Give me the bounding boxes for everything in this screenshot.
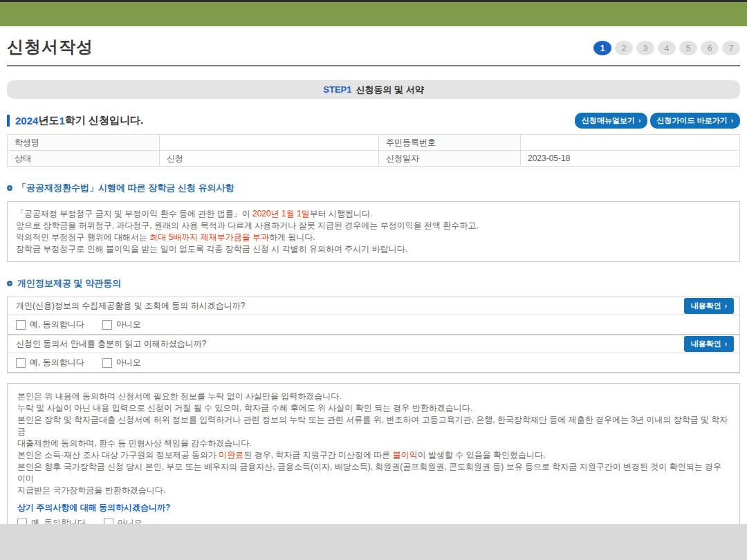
step-2: 2 (615, 41, 633, 55)
chevron-right-icon: › (638, 117, 640, 124)
guide-button-label: 신청가이드 바로가기 (657, 115, 728, 126)
semester-term: 1 (59, 115, 64, 127)
view-content-button[interactable]: 내용확인 › (684, 336, 734, 352)
yes-label: 예, 동의합니다 (30, 319, 84, 330)
header-buttons: 신청매뉴얼보기 › 신청가이드 바로가기 › (575, 113, 740, 129)
manual-button-label: 신청매뉴얼보기 (582, 115, 635, 126)
declaration-line: 본인은 소득·재산 조사 대상 가구원의 정보제공 동의가 미완료된 경우, 학… (17, 449, 730, 461)
no-checkbox[interactable] (102, 320, 112, 330)
yes-choice: 예, 동의합니다 (16, 319, 84, 330)
step-bar-label: 신청동의 및 서약 (356, 84, 423, 96)
agreement-applicant-guide: 신청인 동의서 안내를 충분히 읽고 이해하셨습니까? 내용확인 › 예, 동의… (7, 335, 740, 373)
table-row: 상태 신청 신청일자 2023-05-18 (8, 151, 740, 167)
yes-checkbox[interactable] (16, 320, 26, 330)
circle-bullet-icon (7, 185, 12, 191)
agreement-question: 신청인 동의서 안내를 충분히 읽고 이해하셨습니까? (16, 338, 206, 350)
declaration-line: 본인은 장학 및 학자금대출 신청서에 허위 정보를 입력하거나 관련 정보의 … (17, 414, 730, 438)
declaration-question: 상기 주의사항에 대해 동의하시겠습니까? (17, 502, 730, 514)
step-4: 4 (658, 41, 676, 55)
guide-button[interactable]: 신청가이드 바로가기 › (650, 113, 740, 129)
student-name-label: 학생명 (8, 135, 160, 151)
content: 신청서작성 1 2 3 4 5 6 7 STEP1 신청동의 및 서약 2024… (0, 26, 747, 560)
agreement-question: 개인(신용)정보의 수집제공활용 및 조회에 동의 하시겠습니까? (16, 300, 245, 312)
step-1: 1 (593, 41, 611, 55)
yes-checkbox[interactable] (16, 358, 26, 368)
agreement-question-row: 신청인 동의서 안내를 충분히 읽고 이해하셨습니까? 내용확인 › (8, 335, 739, 353)
step-7: 7 (722, 41, 740, 55)
privacy-section-title-text: 개인정보제공 및 약관동의 (17, 277, 121, 290)
declaration-line: 본인은 향후 국가장학금 신청 당시 본인, 부모 또는 배우자의 금융자산, … (17, 461, 730, 485)
page-title: 신청서작성 (7, 36, 93, 58)
declaration-line: 본인은 위 내용에 동의하며 신청서에 필요한 정보를 누락 없이 사실만을 입… (17, 391, 730, 402)
step-3: 3 (636, 41, 654, 55)
agreement-choices-row: 예, 동의합니다 아니오 (8, 315, 739, 335)
student-name-value (160, 135, 379, 151)
law-section-title-text: 「공공재정환수법」시행에 따른 장학금 신청 유의사항 (17, 182, 234, 194)
yes-label: 예, 동의합니다 (30, 357, 84, 368)
chevron-right-icon: › (725, 302, 727, 310)
notice-line: 악의적인 부정청구 행위에 대해서는 최대 5배까지 제재부가금을 부과하게 됩… (16, 232, 731, 243)
agreement-credit-info: 개인(신용)정보의 수집제공활용 및 조회에 동의 하시겠습니까? 내용확인 ›… (7, 297, 740, 335)
footer-band (0, 524, 747, 560)
step-bar: STEP1 신청동의 및 서약 (7, 80, 740, 99)
apply-date-label: 신청일자 (379, 151, 521, 167)
step-5: 5 (679, 41, 697, 55)
ssn-label: 주민등록번호 (379, 135, 521, 151)
no-choice: 아니오 (102, 319, 141, 330)
agreement-question-row: 개인(신용)정보의 수집제공활용 및 조회에 동의 하시겠습니까? 내용확인 › (8, 297, 739, 315)
semester-title: 2024년도 1학기 신청입니다. (7, 114, 143, 127)
ssn-value (521, 135, 740, 151)
declaration-box: 본인은 위 내용에 동의하며 신청서에 필요한 정보를 누락 없이 사실만을 입… (7, 383, 740, 535)
no-label: 아니오 (116, 357, 141, 368)
declaration-line: 대출제한에 동의하며, 환수 등 민형사상 책임을 감수하겠습니다. (17, 438, 730, 449)
blue-bar-icon (7, 115, 10, 127)
step-6: 6 (701, 41, 719, 55)
no-choice: 아니오 (102, 357, 141, 368)
manual-button[interactable]: 신청매뉴얼보기 › (575, 113, 647, 129)
title-row: 신청서작성 1 2 3 4 5 6 7 (7, 26, 740, 66)
law-section-title: 「공공재정환수법」시행에 따른 장학금 신청 유의사항 (7, 182, 740, 194)
declaration-line: 누락 및 사실이 아닌 내용 입력으로 신청이 거절 될 수 있으며, 학자금 … (17, 402, 730, 414)
yes-choice: 예, 동의합니다 (16, 357, 84, 368)
semester-mid: 년도 (38, 114, 59, 127)
status-label: 상태 (8, 151, 160, 167)
no-label: 아니오 (116, 319, 141, 330)
agreement-choices-row: 예, 동의합니다 아니오 (8, 353, 739, 373)
table-row: 학생명 주민등록번호 (8, 135, 740, 151)
semester-year: 2024 (15, 115, 38, 127)
semester-suffix: 학기 신청입니다. (65, 114, 143, 127)
circle-bullet-icon (7, 281, 12, 286)
view-content-label: 내용확인 (691, 339, 721, 349)
view-content-button[interactable]: 내용확인 › (684, 298, 734, 314)
semester-header: 2024년도 1학기 신청입니다. 신청매뉴얼보기 › 신청가이드 바로가기 › (7, 113, 740, 129)
step-indicator: 1 2 3 4 5 6 7 (593, 41, 740, 55)
apply-date-value: 2023-05-18 (521, 151, 740, 167)
chevron-right-icon: › (731, 117, 733, 124)
step-bar-number: STEP1 (323, 84, 351, 95)
chevron-right-icon: › (725, 340, 727, 348)
agreements: 개인(신용)정보의 수집제공활용 및 조회에 동의 하시겠습니까? 내용확인 ›… (7, 297, 740, 373)
view-content-label: 내용확인 (691, 301, 721, 311)
status-value: 신청 (160, 151, 379, 167)
no-checkbox[interactable] (102, 358, 112, 368)
privacy-section-title: 개인정보제공 및 약관동의 (7, 277, 740, 290)
site-header-band (0, 0, 747, 26)
notice-line: 「공공재정 부정청구 금지 및 부정이익 환수 등에 관한 법률」이 2020년… (16, 208, 731, 220)
notice-line: 장학금 부정청구로 인해 불이익을 받는 일이 없도록 각종 장학금 신청 시 … (16, 243, 731, 255)
applicant-info-table: 학생명 주민등록번호 상태 신청 신청일자 2023-05-18 (7, 134, 740, 167)
declaration-line: 지급받은 국가장학금을 반환하겠습니다. (17, 485, 730, 496)
law-notice-box: 「공공재정 부정청구 금지 및 부정이익 환수 등에 관한 법률」이 2020년… (7, 201, 740, 262)
notice-line: 앞으로 장학금을 허위청구, 과다청구, 원래의 사용 목적과 다르게 사용하거… (16, 220, 731, 232)
